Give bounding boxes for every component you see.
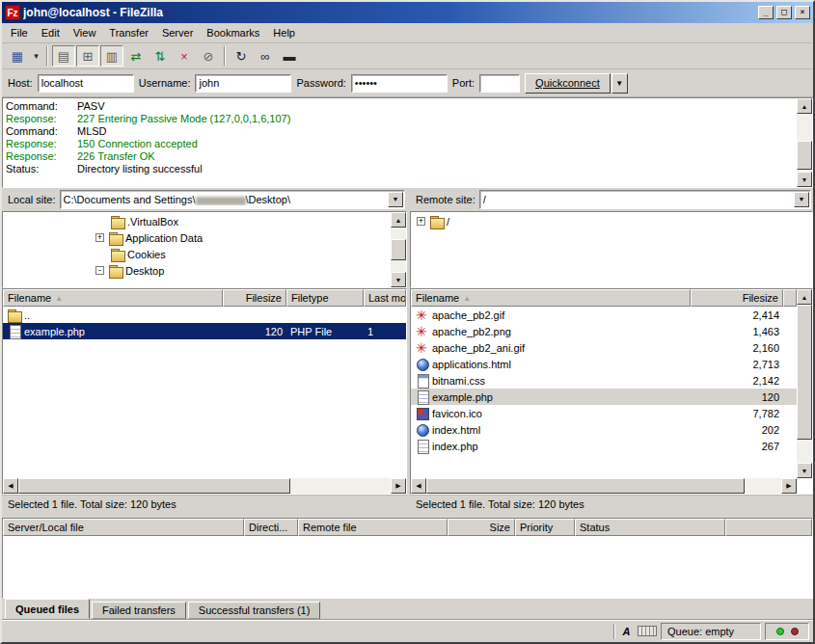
local-tree-scrollbar[interactable]: ▲ ▼ (391, 212, 406, 287)
file-row[interactable]: applications.html 2,713 (411, 356, 797, 372)
tab-queued-files[interactable]: Queued files (5, 599, 90, 619)
menu-item-file[interactable]: File (4, 24, 35, 41)
filter-button[interactable]: ▬ (278, 45, 301, 67)
file-type-icon (415, 341, 430, 355)
tree-item[interactable]: + Application Data (3, 229, 406, 246)
column-header-filesize[interactable]: Filesize (691, 289, 783, 307)
scroll-thumb[interactable] (391, 239, 406, 260)
column-header-filetype[interactable]: Filetype (286, 289, 364, 307)
directory-tree-icon: ⊞ (83, 49, 94, 64)
scroll-down-icon[interactable]: ▼ (797, 172, 812, 187)
column-header-filesize[interactable]: Filesize (223, 289, 286, 307)
local-combo-dropdown[interactable]: ▼ (388, 192, 403, 207)
tree-item[interactable]: + / (411, 213, 812, 229)
scroll-up-icon[interactable]: ▲ (391, 212, 406, 228)
queue-list (3, 536, 812, 598)
username-input[interactable] (195, 74, 291, 93)
tab-successful-transfers[interactable]: Successful transfers (1) (188, 602, 321, 619)
file-row[interactable]: index.php 267 (411, 438, 797, 454)
menu-item-bookmarks[interactable]: Bookmarks (200, 24, 266, 41)
file-row[interactable]: apache_pb2.png 1,463 (411, 323, 797, 339)
quickconnect-dropdown[interactable]: ▼ (611, 73, 628, 94)
column-header-status[interactable]: Status (575, 519, 725, 536)
log-scrollbar[interactable]: ▲ ▼ (797, 98, 812, 187)
local-hscrollbar[interactable]: ◀ ▶ (3, 478, 406, 494)
column-header-filler (725, 519, 812, 536)
queue-header: Server/Local file Directi... Remote file… (3, 519, 812, 536)
column-header-modified[interactable]: Last modified (364, 289, 406, 307)
site-manager-dropdown[interactable]: ▾ (30, 45, 42, 67)
column-header-remote-file[interactable]: Remote file (298, 519, 448, 536)
refresh-button[interactable]: ⇄ (124, 45, 148, 67)
quickconnect-button[interactable]: Quickconnect (525, 73, 611, 94)
collapse-icon[interactable]: - (95, 266, 104, 275)
port-input[interactable] (479, 74, 520, 93)
toggle-trees-button[interactable]: ⊞ (76, 45, 99, 67)
password-input[interactable] (351, 74, 448, 93)
remote-vscrollbar[interactable]: ▲ ▼ (797, 289, 812, 478)
scroll-up-icon[interactable]: ▲ (797, 289, 812, 305)
scroll-right-icon[interactable]: ▶ (391, 478, 406, 494)
menu-item-edit[interactable]: Edit (35, 24, 67, 41)
scroll-right-icon[interactable]: ▶ (781, 478, 797, 494)
column-header-filename[interactable]: Filename▲ (3, 289, 223, 307)
scroll-up-icon[interactable]: ▲ (797, 98, 812, 114)
log-line: Response:150 Connection accepted (6, 138, 793, 150)
file-row[interactable]: apache_pb2.gif 2,414 (411, 307, 797, 323)
toggle-queue-button[interactable]: ▥ (100, 45, 123, 67)
tree-item[interactable]: Cookies (3, 246, 406, 262)
column-header-priority[interactable]: Priority (515, 519, 575, 536)
column-header-direction[interactable]: Directi... (244, 519, 298, 536)
remote-hscrollbar[interactable]: ◀ ▶ (411, 478, 797, 494)
file-row-selected[interactable]: example.php 120 PHP File 1 (3, 323, 406, 339)
minimize-button[interactable]: _ (758, 6, 774, 19)
scroll-left-icon[interactable]: ◀ (3, 478, 18, 494)
port-label: Port: (452, 77, 475, 89)
scroll-thumb[interactable] (797, 305, 812, 440)
file-row[interactable]: apache_pb2_ani.gif 2,160 (411, 339, 797, 356)
menu-item-server[interactable]: Server (155, 24, 200, 41)
scroll-thumb[interactable] (797, 141, 812, 170)
process-queue-button[interactable]: ⇅ (149, 45, 172, 67)
app-icon[interactable]: Fz (5, 5, 20, 20)
tree-item[interactable]: - Desktop (3, 262, 406, 279)
scroll-thumb[interactable] (426, 478, 745, 494)
toggle-log-button[interactable]: ▤ (52, 45, 75, 67)
find-button[interactable]: ∞ (254, 45, 277, 67)
menu-item-view[interactable]: View (67, 24, 103, 41)
scroll-down-icon[interactable]: ▼ (797, 463, 812, 478)
local-site-combo[interactable]: C:\Documents and Settings\\Desktop\ ▼ (60, 190, 405, 209)
folder-icon (108, 231, 123, 245)
ascii-mode-icon[interactable]: A (619, 626, 634, 637)
file-type-icon (415, 423, 430, 437)
file-row[interactable]: favicon.ico 7,782 (411, 405, 797, 421)
site-manager-button[interactable]: ▦ (6, 45, 29, 67)
column-header-filename[interactable]: Filename▲ (411, 289, 691, 307)
column-header-local-file[interactable]: Server/Local file (3, 519, 244, 536)
remote-site-combo[interactable]: / ▼ (479, 190, 811, 209)
host-input[interactable] (38, 74, 134, 93)
file-row[interactable]: .. (3, 307, 406, 323)
remote-combo-dropdown[interactable]: ▼ (794, 192, 809, 207)
close-button[interactable]: × (795, 6, 810, 19)
keyboard-icon[interactable] (638, 626, 657, 636)
abort-button[interactable]: × (173, 45, 196, 67)
file-row-selected[interactable]: example.php 120 (411, 389, 797, 405)
expand-icon[interactable]: + (95, 233, 104, 242)
column-header-size[interactable]: Size (448, 519, 515, 536)
scroll-thumb[interactable] (18, 478, 290, 494)
menu-item-help[interactable]: Help (266, 24, 302, 41)
scroll-down-icon[interactable]: ▼ (391, 272, 406, 287)
site-manager-icon: ▦ (12, 49, 23, 64)
tab-failed-transfers[interactable]: Failed transfers (92, 602, 186, 619)
file-row[interactable]: bitnami.css 2,142 (411, 372, 797, 389)
disconnect-icon: ⊘ (204, 49, 214, 64)
tree-item[interactable]: .VirtualBox (3, 213, 406, 229)
scroll-left-icon[interactable]: ◀ (411, 478, 426, 494)
disconnect-button[interactable]: ⊘ (197, 45, 220, 67)
file-row[interactable]: index.html 202 (411, 421, 797, 438)
expand-icon[interactable]: + (417, 217, 425, 226)
reconnect-button[interactable]: ↻ (230, 45, 253, 67)
maximize-button[interactable]: □ (776, 6, 792, 19)
menu-item-transfer[interactable]: Transfer (102, 24, 155, 41)
